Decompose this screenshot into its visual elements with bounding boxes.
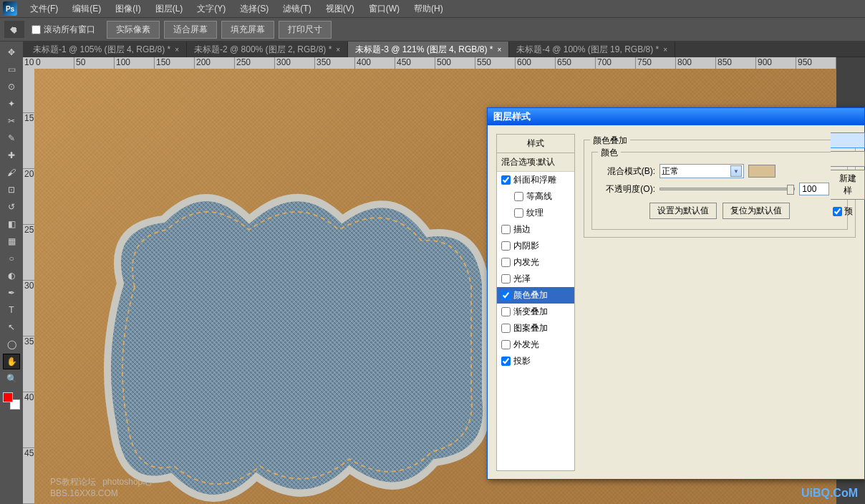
effect-checkbox[interactable] [501,307,511,316]
effect-label: 图案叠加 [513,322,548,334]
styles-header[interactable]: 样式 [496,134,575,153]
close-icon[interactable]: × [336,46,340,54]
new-style-button[interactable]: 新建样 [831,170,865,200]
toolbar: ✥ ▭ ⊙ ✦ ✂ ✎ ✚ 🖌 ⊡ ↺ ◧ ▦ ○ ◐ ✒ T ↖ ◯ ✋ 🔍 [0,42,23,504]
close-icon[interactable]: × [497,46,501,54]
overlay-color-swatch[interactable] [748,165,775,178]
effect-checkbox[interactable] [501,340,511,349]
actual-pixels-button[interactable]: 实际像素 [107,21,160,39]
menu-window[interactable]: 窗口(W) [362,0,407,18]
effect-row-图案叠加[interactable]: 图案叠加 [497,320,574,336]
blend-mode-select[interactable]: 正常 ▼ [659,164,744,178]
opacity-label: 不透明度(O): [598,183,655,195]
effect-checkbox[interactable] [514,192,523,201]
effect-checkbox[interactable] [501,241,511,251]
effect-checkbox[interactable] [501,258,511,267]
brush-tool[interactable]: 🖌 [3,165,20,180]
tool-preview[interactable] [4,21,24,38]
crop-tool[interactable]: ✂ [3,113,20,129]
effect-row-纹理[interactable]: 纹理 [497,205,574,221]
effect-checkbox[interactable] [501,225,511,234]
dialog-titlebar[interactable]: 图层样式 [488,108,864,125]
fill-screen-button[interactable]: 填充屏幕 [221,21,274,39]
color-legend: 颜色 [598,147,621,159]
panel-tab[interactable] [836,42,865,57]
effect-row-外发光[interactable]: 外发光 [497,336,574,353]
blur-tool[interactable]: ○ [3,251,20,266]
set-default-button[interactable]: 设置为默认值 [649,203,717,219]
close-icon[interactable]: × [663,46,667,54]
slider-thumb[interactable] [787,185,794,195]
effect-row-颜色叠加[interactable]: 颜色叠加 [497,287,574,304]
effect-row-斜面和浮雕[interactable]: 斜面和浮雕 [497,172,574,188]
menu-filter[interactable]: 滤镜(T) [276,0,318,18]
effect-checkbox[interactable] [501,175,511,185]
effect-checkbox[interactable] [501,274,511,284]
effect-row-投影[interactable]: 投影 [497,353,574,369]
type-tool[interactable]: T [3,302,20,318]
document-tab[interactable]: 未标题-2 @ 800% (图层 2, RGB/8) *× [187,42,348,57]
menu-layer[interactable]: 图层(L) [148,0,190,18]
effect-label: 等高线 [526,190,552,203]
document-tabs: 未标题-1 @ 105% (图层 4, RGB/8) *×未标题-2 @ 800… [23,42,836,57]
tab-label: 未标题-4 @ 100% (图层 19, RGB/8) * [516,44,659,56]
menu-edit[interactable]: 编辑(E) [65,0,108,18]
styles-list: 混合选项:默认 斜面和浮雕等高线纹理描边内阴影内发光光泽颜色叠加渐变叠加图案叠加… [496,152,575,471]
gradient-tool[interactable]: ▦ [3,233,20,249]
shape-tool[interactable]: ◯ [3,336,20,352]
effect-checkbox[interactable] [501,357,511,366]
watermark-uibq: UiBQ.CoM [801,487,858,500]
ok-button[interactable] [831,132,865,148]
tab-label: 未标题-2 @ 800% (图层 2, RGB/8) * [194,44,332,56]
menu-image[interactable]: 图像(I) [108,0,148,18]
hand-tool[interactable]: ✋ [3,354,20,369]
wand-tool[interactable]: ✦ [3,96,20,112]
stamp-tool[interactable]: ⊡ [3,182,20,198]
preview-checkbox[interactable]: 预 [831,205,865,218]
effect-row-内发光[interactable]: 内发光 [497,254,574,271]
menu-select[interactable]: 选择(S) [233,0,276,18]
menu-help[interactable]: 帮助(H) [407,0,450,18]
cancel-button[interactable] [831,151,865,167]
print-size-button[interactable]: 打印尺寸 [279,21,332,39]
move-tool[interactable]: ✥ [3,44,20,60]
fg-swatch[interactable] [3,392,13,402]
heal-tool[interactable]: ✚ [3,147,20,163]
effect-label: 光泽 [513,273,531,285]
fit-screen-button[interactable]: 适合屏幕 [164,21,217,39]
menu-view[interactable]: 视图(V) [319,0,362,18]
eraser-tool[interactable]: ◧ [3,216,20,232]
document-tab[interactable]: 未标题-3 @ 121% (图层 4, RGB/8) *× [348,42,509,57]
close-icon[interactable]: × [175,46,179,54]
path-tool[interactable]: ↖ [3,319,20,335]
history-brush-tool[interactable]: ↺ [3,199,20,215]
effect-checkbox[interactable] [501,324,511,333]
effect-row-描边[interactable]: 描边 [497,221,574,238]
pen-tool[interactable]: ✒ [3,285,20,301]
document-tab[interactable]: 未标题-4 @ 100% (图层 19, RGB/8) *× [509,42,675,57]
lasso-tool[interactable]: ⊙ [3,79,20,94]
effect-checkbox[interactable] [514,208,523,218]
watermark-forum: PS教程论坛 photoshop吧 BBS.16XX8.COM [50,476,151,498]
menu-file[interactable]: 文件(F) [23,0,65,18]
scroll-all-windows[interactable]: 滚动所有窗口 [32,24,95,36]
effect-row-光泽[interactable]: 光泽 [497,271,574,287]
ps-logo: Ps [3,1,17,16]
effect-row-等高线[interactable]: 等高线 [497,188,574,205]
color-overlay-panel: 颜色叠加 颜色 混合模式(B): 正常 ▼ 不透明度(O): [584,140,856,238]
effect-row-内阴影[interactable]: 内阴影 [497,238,574,254]
document-tab[interactable]: 未标题-1 @ 105% (图层 4, RGB/8) *× [26,42,187,57]
zoom-tool[interactable]: 🔍 [3,371,20,387]
opacity-slider[interactable] [659,188,795,190]
marquee-tool[interactable]: ▭ [3,62,20,77]
opacity-input[interactable] [799,183,829,195]
blend-options-row[interactable]: 混合选项:默认 [497,153,574,172]
color-swatches[interactable] [3,392,20,410]
effect-checkbox[interactable] [501,291,511,300]
menu-type[interactable]: 文字(Y) [190,0,233,18]
effect-row-渐变叠加[interactable]: 渐变叠加 [497,304,574,320]
effect-label: 颜色叠加 [513,289,548,301]
eyedropper-tool[interactable]: ✎ [3,130,20,146]
reset-default-button[interactable]: 复位为默认值 [723,203,790,219]
dodge-tool[interactable]: ◐ [3,268,20,284]
